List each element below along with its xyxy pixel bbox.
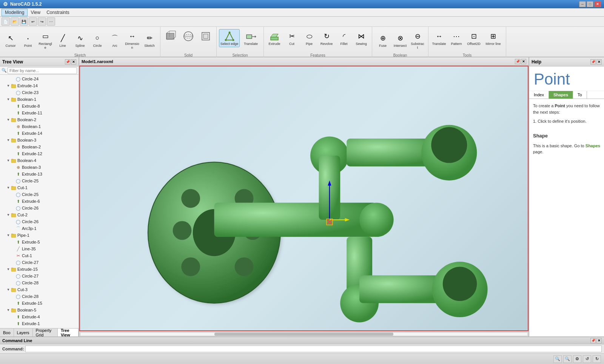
quick-new[interactable]: 📄 — [2, 17, 10, 26]
viewport-pin-button[interactable]: 📌 — [515, 59, 520, 64]
solid2-tool[interactable] — [180, 29, 197, 43]
maximize-button[interactable]: □ — [587, 1, 593, 7]
pattern-tool[interactable]: ⋯ Pattern — [448, 29, 465, 47]
tab-property-grid[interactable]: Property Grid — [33, 329, 58, 336]
titlebar-controls[interactable]: ─ □ ✕ — [579, 1, 601, 7]
fillet-tool[interactable]: ◜ Fillet — [336, 29, 352, 47]
tree-header-buttons[interactable]: 📌 ✕ — [65, 59, 76, 65]
tree-toggle[interactable]: ▼ — [6, 138, 11, 142]
tree-item[interactable]: ⬆Extrude-14 — [0, 130, 79, 137]
tree-item[interactable]: ◯Circle-27 — [0, 259, 79, 266]
tree-item[interactable]: ◯Circle-26 — [0, 205, 79, 211]
search-input[interactable] — [8, 67, 77, 74]
zoom-out-button[interactable]: 🔍 — [553, 355, 562, 363]
tree-toggle[interactable]: ▼ — [6, 267, 11, 271]
tree-item[interactable]: ▼Cut-1 — [0, 184, 79, 191]
arc-tool[interactable]: ⌒ Arc — [106, 31, 123, 49]
zoom-in-button[interactable]: 🔍 — [563, 355, 572, 363]
quick-save[interactable]: 💾 — [20, 17, 28, 26]
dimension-tool[interactable]: ↔ Dimension — [124, 29, 140, 51]
command-input[interactable] — [25, 345, 602, 352]
help-panel-controls[interactable]: 📌 ✕ — [590, 59, 602, 65]
quick-undo[interactable]: ↩ — [29, 17, 37, 26]
solid3-tool[interactable] — [197, 29, 214, 43]
viewport-close-button[interactable]: ✕ — [521, 59, 526, 64]
tree-item[interactable]: ⊕Boolean-2 — [0, 143, 79, 150]
tree-item[interactable]: ⬆Extrude-6 — [0, 198, 79, 205]
tab-tree-view[interactable]: Tree View — [58, 329, 79, 336]
tree-item[interactable]: ⊕Boolean-3 — [0, 164, 79, 171]
tab-layers[interactable]: Layers — [14, 329, 33, 336]
tree-item[interactable]: ◯Circle-28 — [0, 293, 79, 300]
translate2-tool[interactable]: ↔ Translate — [431, 29, 447, 47]
tree-toggle[interactable]: ▼ — [6, 97, 11, 101]
command-header-controls[interactable]: 📌 ✕ — [590, 338, 602, 343]
help-close-button[interactable]: ✕ — [596, 59, 602, 65]
tree-item[interactable]: ▼Boolean-5 — [0, 307, 79, 313]
intersect-tool[interactable]: ⊗ Intersect — [392, 31, 408, 49]
help-tab-to[interactable]: To — [573, 91, 587, 99]
sewing-tool[interactable]: ⋈ Sewing — [353, 29, 370, 47]
minimize-button[interactable]: ─ — [579, 1, 586, 7]
line-tool[interactable]: ╱ Line — [54, 31, 71, 49]
cursor-tool[interactable]: ↖ Cursor — [2, 31, 19, 49]
tree-toggle[interactable]: ▼ — [6, 233, 11, 237]
tree-toggle[interactable]: ▼ — [6, 213, 11, 217]
undo-button[interactable]: ↺ — [583, 355, 591, 363]
tree-toggle[interactable]: ▼ — [6, 84, 11, 88]
viewport[interactable] — [79, 66, 528, 331]
tree-item[interactable]: ◯Circle-26 — [0, 218, 79, 225]
tree-pin-button[interactable]: 📌 — [65, 59, 70, 65]
tree-item[interactable]: ⬆Extrude-4 — [0, 313, 79, 320]
sketch-tool[interactable]: ✏ Sketch — [141, 31, 158, 49]
tree-item[interactable]: ⬆Extrude-11 — [0, 110, 79, 116]
settings-button[interactable]: ⚙ — [573, 355, 581, 363]
statusbar-right[interactable]: 🔍 🔍 ⚙ ↺ ↻ — [553, 355, 601, 363]
close-button[interactable]: ✕ — [594, 1, 601, 7]
tree-toggle[interactable]: ▼ — [6, 308, 11, 312]
tree-item[interactable]: ▼Pipe-1 — [0, 232, 79, 239]
tree-item[interactable]: ◯Circle-25 — [0, 191, 79, 198]
tree-item[interactable]: ▼Extrude-14 — [0, 82, 79, 89]
command-close-button[interactable]: ✕ — [596, 338, 602, 343]
help-pin-button[interactable]: 📌 — [590, 59, 596, 65]
translate-tool[interactable]: Translate — [240, 29, 261, 47]
tree-item[interactable]: ⬆Extrude-5 — [0, 239, 79, 245]
spline-tool[interactable]: ∿ Spline — [72, 31, 88, 49]
tree-item[interactable]: ⬆Extrude-15 — [0, 300, 79, 307]
tree-item[interactable]: ◯Circle-23 — [0, 89, 79, 96]
tree-item[interactable]: ◯Circle-28 — [0, 279, 79, 286]
pipe-tool[interactable]: ⬭ Pipe — [301, 29, 317, 47]
viewport-controls[interactable]: 📌 ✕ — [515, 59, 526, 64]
tree-item[interactable]: ✂Cut-1 — [0, 252, 79, 259]
tree-toggle[interactable]: ▼ — [6, 118, 11, 122]
quick-options[interactable]: ⋯ — [47, 17, 55, 26]
quick-redo[interactable]: ↪ — [38, 17, 46, 26]
tree-item[interactable]: ▼Boolean-3 — [0, 137, 79, 143]
help-shapes-link[interactable]: Shapes — [586, 143, 600, 148]
solid1-tool[interactable] — [163, 29, 179, 43]
menu-constraints[interactable]: Constraints — [43, 9, 72, 16]
point-tool[interactable]: · Point — [20, 31, 36, 49]
scrollbar-thumb-h[interactable] — [214, 333, 393, 336]
tree-close-button[interactable]: ✕ — [71, 59, 76, 65]
extrude-tool[interactable]: Extrude — [266, 29, 283, 47]
menu-view[interactable]: View — [28, 9, 43, 16]
mirrorline-tool[interactable]: ⊞ Mirror line — [483, 29, 504, 47]
revolve-tool[interactable]: ↻ Revolve — [318, 29, 335, 47]
tree-item[interactable]: ⬆Extrude-12 — [0, 150, 79, 157]
tree-item[interactable]: ◯Circle-24 — [0, 76, 79, 82]
tree-item[interactable]: ⌒Arc3p-1 — [0, 225, 79, 232]
tree-item[interactable]: ⬆Extrude-13 — [0, 171, 79, 177]
tree-item[interactable]: ⬆Extrude-8 — [0, 103, 79, 110]
tree-item[interactable]: ▼Boolean-1 — [0, 96, 79, 103]
tree-item[interactable]: ▼Extrude-15 — [0, 266, 79, 273]
tree-item[interactable]: ╱Line-35 — [0, 245, 79, 252]
substract-tool[interactable]: ⊖ Substract — [409, 29, 426, 51]
tree-item[interactable]: ⊕Boolean-1 — [0, 123, 79, 130]
tree-item[interactable]: ▼Boolean-4 — [0, 157, 79, 164]
tab-boo[interactable]: Boo — [0, 329, 14, 336]
circle-tool[interactable]: ○ Circle — [89, 31, 106, 49]
tree-item[interactable]: ◯Circle-25 — [0, 177, 79, 184]
tree-item[interactable]: ▼Cut-3 — [0, 286, 79, 293]
